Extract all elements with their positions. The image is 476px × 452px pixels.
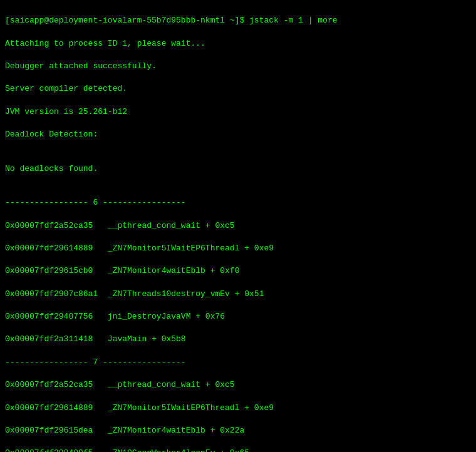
terminal-line-6 xyxy=(5,152,471,163)
terminal-line-16: ----------------- 7 ----------------- xyxy=(5,357,471,368)
terminal-line-17: 0x00007fdf2a52ca35 __pthread_cond_wait +… xyxy=(5,379,471,391)
terminal-line-0: [saicapp@deployment-iovalarm-55b7d95bbb-… xyxy=(5,15,471,26)
terminal-line-2: Debugger attached successfully. xyxy=(5,61,471,72)
terminal-line-15: 0x00007fdf2a311418 JavaMain + 0x5b8 xyxy=(5,334,471,345)
terminal-line-19: 0x00007fdf29615dea _ZN7Monitor4waitEblb … xyxy=(5,425,471,436)
terminal-line-11: 0x00007fdf29614889 _ZN7Monitor5IWaitEP6T… xyxy=(5,243,471,254)
terminal-line-20: 0x00007fdf298400f5 _ZN10GangWorker4loopE… xyxy=(5,448,471,452)
terminal-line-7: No deadlocks found. xyxy=(5,163,471,175)
terminal-line-18: 0x00007fdf29614889 _ZN7Monitor5IWaitEP6T… xyxy=(5,403,471,414)
terminal-line-1: Attaching to process ID 1, please wait..… xyxy=(5,38,471,49)
terminal-line-8 xyxy=(5,186,471,197)
terminal-line-12: 0x00007fdf29615cb0 _ZN7Monitor4waitEblb … xyxy=(5,265,471,277)
terminal-line-13: 0x00007fdf2907c86a1 _ZN7Threads10destroy… xyxy=(5,289,471,300)
terminal-line-10: 0x00007fdf2a52ca35 __pthread_cond_wait +… xyxy=(5,220,471,232)
terminal-line-14: 0x00007fdf29407756 jni_DestroyJavaVM + 0… xyxy=(5,311,471,322)
terminal-line-5: Deadlock Detection: xyxy=(5,129,471,140)
terminal-output: [saicapp@deployment-iovalarm-55b7d95bbb-… xyxy=(5,4,471,452)
terminal-line-9: ----------------- 6 ----------------- xyxy=(5,197,471,208)
terminal-line-3: Server compiler detected. xyxy=(5,83,471,95)
terminal-line-4: JVM version is 25.261-b12 xyxy=(5,106,471,118)
